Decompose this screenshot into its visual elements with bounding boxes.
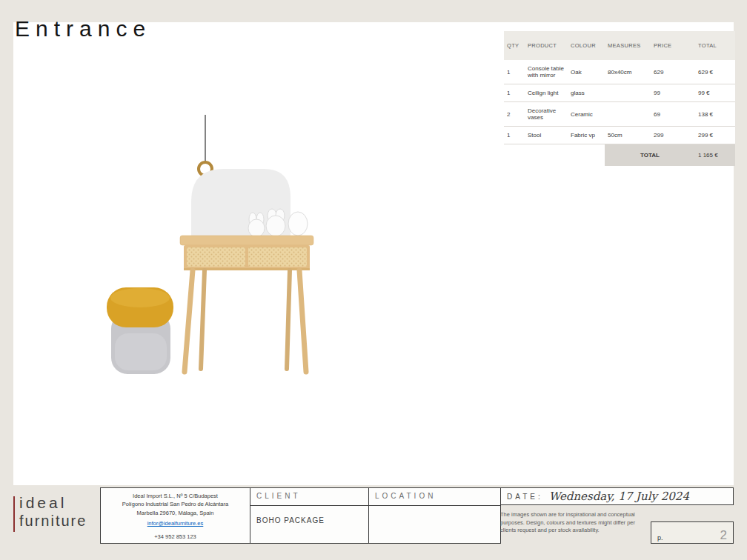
cell-colour: Fabric vp — [568, 127, 605, 144]
company-phone: +34 952 853 123 — [101, 533, 250, 541]
cell-total: 629 € — [695, 60, 735, 84]
col-header-price: PRICE — [651, 31, 695, 60]
total-label: TOTAL — [605, 144, 695, 167]
furniture-illustration — [104, 111, 326, 378]
client-cell: CLIENT BOHO PACKAGE — [250, 487, 369, 544]
cell-colour: Oak — [568, 60, 605, 84]
cell-product: Console table with mirror — [525, 60, 568, 84]
address-line-3: Marbella 29670, Málaga, Spain — [101, 509, 250, 517]
page-number-box: p. 2 — [651, 521, 734, 544]
location-value — [369, 506, 500, 527]
col-header-measures: MEASURES — [605, 31, 651, 60]
company-logo: ideal furniture — [13, 493, 99, 532]
table-total-row: TOTAL 1 165 € — [504, 144, 735, 167]
col-header-product: PRODUCT — [525, 31, 568, 60]
page-title: Entrance — [15, 16, 151, 41]
product-table: QTY PRODUCT COLOUR MEASURES PRICE TOTAL … — [504, 31, 735, 166]
date-label: DATE: — [507, 493, 543, 501]
address-line-1: Ideal Import S.L., Nº 5 C/Budapest — [101, 492, 250, 500]
table-header-row: QTY PRODUCT COLOUR MEASURES PRICE TOTAL — [504, 31, 735, 60]
cell-measures: 50cm — [605, 127, 651, 144]
cell-product: Stool — [525, 127, 568, 144]
logo-line2: furniture — [19, 512, 87, 530]
cell-price: 99 — [651, 84, 695, 102]
console-table — [180, 236, 313, 372]
cell-price: 629 — [651, 60, 695, 84]
cell-total: 99 € — [695, 84, 735, 102]
table-row: 1 Console table with mirror Oak 80x40cm … — [504, 60, 735, 84]
date-value: Wednesday, 17 July 2024 — [549, 490, 689, 503]
cell-colour: glass — [568, 84, 605, 102]
logo-accent-bar — [13, 496, 15, 532]
col-header-qty: QTY — [504, 31, 525, 60]
disclaimer-text: The images shown are for inspirational a… — [500, 511, 645, 544]
cell-measures — [605, 102, 651, 127]
client-label: CLIENT — [250, 488, 368, 506]
location-cell: LOCATION — [368, 487, 501, 544]
furniture-illustration-svg — [104, 111, 326, 378]
page-label: p. — [657, 534, 663, 541]
stool — [107, 287, 173, 374]
page-number: 2 — [720, 529, 727, 541]
cell-measures — [605, 84, 651, 102]
client-value: BOHO PACKAGE — [250, 506, 368, 535]
proposal-page: Entrance — [0, 0, 747, 560]
footer-bar: Ideal Import S.L., Nº 5 C/Budapest Políg… — [100, 487, 734, 544]
cell-total: 299 € — [695, 127, 735, 144]
cell-price: 299 — [651, 127, 695, 144]
table-row: 1 Ceilign light glass 99 99 € — [504, 84, 735, 102]
footer-right-column: DATE: Wednesday, 17 July 2024 The images… — [500, 487, 734, 544]
table-row: 2 Decorative vases Ceramic 69 138 € — [504, 102, 735, 127]
col-header-colour: COLOUR — [568, 31, 605, 60]
total-value: 1 165 € — [695, 144, 735, 167]
cell-qty: 2 — [504, 102, 525, 127]
location-label: LOCATION — [369, 488, 500, 506]
cell-colour: Ceramic — [568, 102, 605, 127]
address-line-2: Polígono Industrial San Pedro de Alcánta… — [101, 500, 250, 508]
company-address-cell: Ideal Import S.L., Nº 5 C/Budapest Políg… — [100, 487, 250, 544]
logo-line1: ideal — [19, 493, 87, 512]
cell-qty: 1 — [504, 127, 525, 144]
col-header-total: TOTAL — [695, 31, 735, 60]
cell-qty: 1 — [504, 60, 525, 84]
cell-measures: 80x40cm — [605, 60, 651, 84]
cell-qty: 1 — [504, 84, 525, 102]
cell-product: Decorative vases — [525, 102, 568, 127]
table-row: 1 Stool Fabric vp 50cm 299 299 € — [504, 127, 735, 144]
cell-product: Ceilign light — [525, 84, 568, 102]
date-box: DATE: Wednesday, 17 July 2024 — [500, 487, 734, 505]
cell-price: 69 — [651, 102, 695, 127]
company-email-link[interactable]: infor@idealfurniture.es — [147, 519, 204, 527]
total-row-spacer — [504, 144, 605, 167]
cell-total: 138 € — [695, 102, 735, 127]
